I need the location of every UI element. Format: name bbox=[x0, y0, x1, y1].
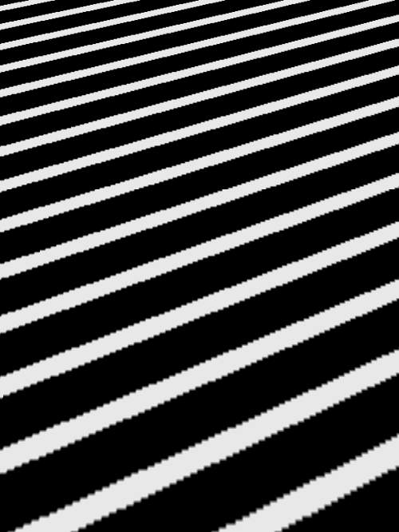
titlebar: 色阶 ✕ bbox=[23, 137, 398, 164]
right-panel: 确定 取消 自动(A) 选项(T)... ✓ 预览(P) bbox=[302, 175, 390, 440]
preset-row: 预设(E): 自定 ✿ bbox=[31, 175, 294, 194]
input-white-field[interactable]: 230 bbox=[223, 340, 264, 358]
cancel-button[interactable]: 取消 bbox=[302, 207, 390, 229]
preview-checkbox[interactable]: ✓ bbox=[312, 343, 323, 354]
channel-row: 通道: 图层 1 蒙版 bbox=[60, 202, 294, 221]
output-white-handle[interactable] bbox=[247, 407, 255, 414]
histogram[interactable] bbox=[33, 248, 255, 324]
white-point-handle[interactable] bbox=[227, 324, 235, 332]
options-button[interactable]: 选项(T)... bbox=[302, 268, 390, 290]
input-values-row: 75 1.00 230 bbox=[79, 340, 294, 358]
left-panel: 预设(E): 自定 ✿ 通道: 图层 1 蒙版 输入色阶(I): bbox=[31, 175, 294, 440]
input-slider[interactable] bbox=[33, 324, 255, 335]
gray-eyedropper-icon[interactable] bbox=[338, 304, 355, 322]
levels-dialog: 色阶 ✕ 预设(E): 自定 ✿ 通道: 图层 1 蒙版 输入色阶(I): bbox=[22, 136, 399, 478]
preview-label: 预览(P) bbox=[328, 341, 360, 355]
ok-button[interactable]: 确定 bbox=[302, 177, 390, 199]
channel-label: 通道: bbox=[108, 205, 129, 219]
auto-button[interactable]: 自动(A) bbox=[302, 237, 390, 260]
output-black-field[interactable]: 0 bbox=[101, 423, 143, 440]
preset-select[interactable]: 自定 bbox=[70, 175, 230, 194]
input-gamma-field[interactable]: 1.00 bbox=[151, 340, 192, 358]
channel-select[interactable]: 图层 1 蒙版 bbox=[135, 202, 247, 221]
output-black-handle[interactable] bbox=[30, 407, 38, 414]
dialog-title: 色阶 bbox=[31, 143, 52, 157]
output-white-field[interactable]: 255 bbox=[237, 423, 279, 440]
black-eyedropper-icon[interactable] bbox=[310, 304, 328, 322]
eyedropper-group bbox=[302, 304, 390, 322]
black-point-handle[interactable] bbox=[98, 324, 106, 332]
channel-value: 图层 1 蒙版 bbox=[142, 205, 191, 219]
input-black-field[interactable]: 75 bbox=[79, 340, 120, 358]
watermark: UiBQ.CoM bbox=[298, 505, 388, 526]
white-eyedropper-icon[interactable] bbox=[365, 304, 382, 322]
preset-value: 自定 bbox=[77, 178, 97, 192]
dialog-body: 预设(E): 自定 ✿ 通道: 图层 1 蒙版 输入色阶(I): bbox=[23, 164, 398, 451]
gear-icon[interactable]: ✿ bbox=[241, 178, 251, 191]
input-levels-label: 输入色阶(I): bbox=[33, 229, 294, 243]
preset-label: 预设(E): bbox=[31, 178, 65, 192]
output-levels-label: 输出色阶(O): bbox=[33, 371, 294, 384]
output-gradient[interactable] bbox=[33, 395, 255, 407]
output-slider[interactable] bbox=[33, 407, 255, 418]
preview-row[interactable]: ✓ 预览(P) bbox=[302, 341, 390, 355]
midtone-handle[interactable] bbox=[151, 324, 159, 332]
output-values-row: 0 255 bbox=[101, 423, 294, 440]
close-icon[interactable]: ✕ bbox=[370, 141, 390, 160]
